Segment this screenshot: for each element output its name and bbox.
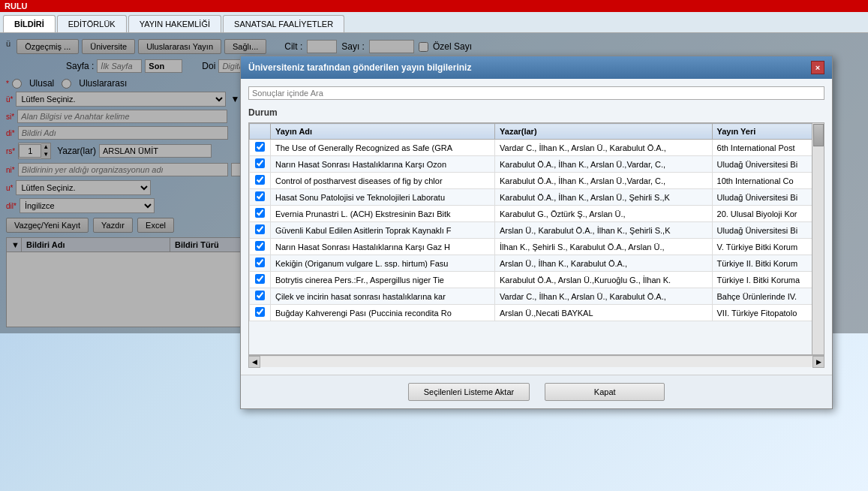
h-scroll-left[interactable]: ◀ xyxy=(248,356,260,368)
app-title: RULU xyxy=(5,2,28,11)
row-checkbox[interactable] xyxy=(255,224,265,234)
modal-body: Durum Yayın Adı Yazar(lar) Yayın Yeri xyxy=(241,79,832,375)
table-row: Narın Hasat Sonrası Hastalıklarına Karşı… xyxy=(250,156,824,173)
modal-dialog: Üniversiteniz tarafından gönderilen yayı… xyxy=(240,56,833,409)
col-yayin-yeri: Yayın Yeri xyxy=(712,124,823,140)
row-checkbox-cell[interactable] xyxy=(250,222,271,239)
row-yazarlar: Vardar C., İlhan K., Arslan Ü., Karabulu… xyxy=(495,140,712,156)
row-yayin-yeri: Türkiye II. Bitki Korum xyxy=(712,255,823,272)
row-checkbox-cell[interactable] xyxy=(250,272,271,288)
main-content: ü Özgeçmiş ... Üniversite Uluslararası Y… xyxy=(0,33,868,333)
row-checkbox[interactable] xyxy=(255,258,265,267)
kapat-btn[interactable]: Kapat xyxy=(545,383,665,401)
row-checkbox[interactable] xyxy=(255,274,265,284)
tab-sanatsal[interactable]: SANATSAL FAALİYETLER xyxy=(223,15,344,32)
table-row: Control of postharvest diseases of fig b… xyxy=(250,173,824,189)
row-yayin-adi: Buğday Kahverengi Pası (Puccinia recondi… xyxy=(271,305,495,321)
table-row: Evernia Prunastri L. (ACH) Ekstresinin B… xyxy=(250,206,824,222)
row-yayin-adi: The Use of Generally Recognized as Safe … xyxy=(271,140,495,156)
row-checkbox-cell[interactable] xyxy=(250,140,271,156)
table-row: Narın Hasat Sonrası Hastalıklarına Karşı… xyxy=(250,239,824,255)
table-scroll[interactable]: Yayın Adı Yazar(lar) Yayın Yeri The Use … xyxy=(249,123,824,355)
table-row: Hasat Sonu Patolojisi ve Teknolojileri L… xyxy=(250,189,824,206)
horizontal-scrollbar[interactable]: ◀ ▶ xyxy=(248,355,824,367)
row-yayin-adi: Çilek ve incirin hasat sonrası hastalıkl… xyxy=(271,288,495,305)
modal-title: Üniversiteniz tarafından gönderilen yayı… xyxy=(248,62,471,73)
data-table: Yayın Adı Yazar(lar) Yayın Yeri The Use … xyxy=(249,123,824,321)
row-checkbox[interactable] xyxy=(255,175,265,185)
secilenleri-btn[interactable]: Seçilenleri Listeme Aktar xyxy=(408,383,530,401)
row-yayin-adi: Narın Hasat Sonrası Hastalıklarına Karşı… xyxy=(271,239,495,255)
modal-close-btn[interactable]: × xyxy=(811,61,824,74)
row-yayin-yeri: Bahçe Ürünlerinde IV. xyxy=(712,288,823,305)
col-check xyxy=(250,124,271,140)
row-yazarlar: Arslan Ü., İlhan K., Karabulut Ö.A., xyxy=(495,255,712,272)
row-checkbox[interactable] xyxy=(255,241,265,251)
col-yazarlar: Yazar(lar) xyxy=(495,124,712,140)
row-yayin-yeri: Uludağ Üniversitesi Bi xyxy=(712,156,823,173)
table-row: Çilek ve incirin hasat sonrası hastalıkl… xyxy=(250,288,824,305)
modal-overlay: Üniversiteniz tarafından gönderilen yayı… xyxy=(0,33,868,333)
row-yazarlar: Karabulut Ö.A., İlhan K., Arslan Ü.,Vard… xyxy=(495,173,712,189)
row-yayin-yeri: V. Türkiye Bitki Korum xyxy=(712,239,823,255)
table-row: The Use of Generally Recognized as Safe … xyxy=(250,140,824,156)
row-yazarlar: Arslan Ü.,Necati BAYKAL xyxy=(495,305,712,321)
row-yayin-yeri: Uludağ Üniversitesi Bi xyxy=(712,189,823,206)
row-yazarlar: Vardar C., İlhan K., Arslan Ü., Karabulu… xyxy=(495,288,712,305)
row-yayin-yeri: VII. Türkiye Fitopatolo xyxy=(712,305,823,321)
row-yayin-adi: Control of postharvest diseases of fig b… xyxy=(271,173,495,189)
row-checkbox[interactable] xyxy=(255,191,265,201)
row-yazarlar: Karabulut Ö.A., Arslan Ü.,Kuruoğlu G., İ… xyxy=(495,272,712,288)
tab-editorluk[interactable]: EDİTÖRLÜK xyxy=(57,15,127,32)
row-yayin-yeri: 10th International Co xyxy=(712,173,823,189)
row-yayin-adi: Evernia Prunastri L. (ACH) Ekstresinin B… xyxy=(271,206,495,222)
row-checkbox-cell[interactable] xyxy=(250,305,271,321)
h-scroll-track xyxy=(260,357,812,367)
table-row: Buğday Kahverengi Pası (Puccinia recondi… xyxy=(250,305,824,321)
row-checkbox-cell[interactable] xyxy=(250,255,271,272)
row-yayin-yeri: 20. Ulusal Biyoloji Kor xyxy=(712,206,823,222)
row-checkbox-cell[interactable] xyxy=(250,156,271,173)
row-checkbox-cell[interactable] xyxy=(250,239,271,255)
row-checkbox-cell[interactable] xyxy=(250,173,271,189)
top-bar: RULU xyxy=(0,0,868,12)
row-yazarlar: Karabulut G., Öztürk Ş., Arslan Ü., xyxy=(495,206,712,222)
row-yayin-adi: Botrytis cinerea Pers.:Fr., Aspergillus … xyxy=(271,272,495,288)
row-checkbox[interactable] xyxy=(255,291,265,300)
row-checkbox[interactable] xyxy=(255,142,265,152)
row-yazarlar: Arslan Ü., Karabulut Ö.A., İlhan K., Şeh… xyxy=(495,222,712,239)
data-table-wrap: Yayın Adı Yazar(lar) Yayın Yeri The Use … xyxy=(248,122,824,355)
row-checkbox[interactable] xyxy=(255,158,265,168)
row-checkbox[interactable] xyxy=(255,208,265,218)
row-checkbox-cell[interactable] xyxy=(250,206,271,222)
row-yayin-adi: Hasat Sonu Patolojisi ve Teknolojileri L… xyxy=(271,189,495,206)
modal-header: Üniversiteniz tarafından gönderilen yayı… xyxy=(241,56,832,79)
row-yazarlar: İlhan K., Şehirli S., Karabulut Ö.A., Ar… xyxy=(495,239,712,255)
table-row: Güvenli Kabul Edilen Asitlerin Toprak Ka… xyxy=(250,222,824,239)
row-checkbox-cell[interactable] xyxy=(250,288,271,305)
row-yayin-adi: Güvenli Kabul Edilen Asitlerin Toprak Ka… xyxy=(271,222,495,239)
tab-bar: BİLDİRİ EDİTÖRLÜK YAYIN HAKEMLİĞİ SANATS… xyxy=(0,12,868,33)
col-yayin-adi: Yayın Adı xyxy=(271,124,495,140)
row-yazarlar: Karabulut Ö.A., İlhan K., Arslan Ü.,Vard… xyxy=(495,156,712,173)
tab-bildiri[interactable]: BİLDİRİ xyxy=(3,15,56,32)
row-yayin-yeri: Uludağ Üniversitesi Bi xyxy=(712,222,823,239)
row-yayin-yeri: Türkiye I. Bitki Koruma xyxy=(712,272,823,288)
table-row: Botrytis cinerea Pers.:Fr., Aspergillus … xyxy=(250,272,824,288)
row-yayin-adi: Kekiğin (Origanum vulgare L. ssp. hirtum… xyxy=(271,255,495,272)
row-yayin-adi: Narın Hasat Sonrası Hastalıklarına Karşı… xyxy=(271,156,495,173)
row-yazarlar: Karabulut Ö.A., İlhan K., Arslan Ü., Şeh… xyxy=(495,189,712,206)
modal-search-input[interactable] xyxy=(248,86,824,100)
tab-yayin-hakemlik[interactable]: YAYIN HAKEMLİĞİ xyxy=(128,15,221,32)
table-row: Kekiğin (Origanum vulgare L. ssp. hirtum… xyxy=(250,255,824,272)
vertical-scrollbar[interactable] xyxy=(812,123,824,354)
modal-footer: Seçilenleri Listeme Aktar Kapat xyxy=(241,375,832,408)
scrollbar-thumb xyxy=(813,124,824,146)
row-yayin-yeri: 6th International Post xyxy=(712,140,823,156)
durum-label: Durum xyxy=(248,107,824,118)
row-checkbox[interactable] xyxy=(255,307,265,317)
h-scroll-right[interactable]: ▶ xyxy=(812,356,824,368)
row-checkbox-cell[interactable] xyxy=(250,189,271,206)
